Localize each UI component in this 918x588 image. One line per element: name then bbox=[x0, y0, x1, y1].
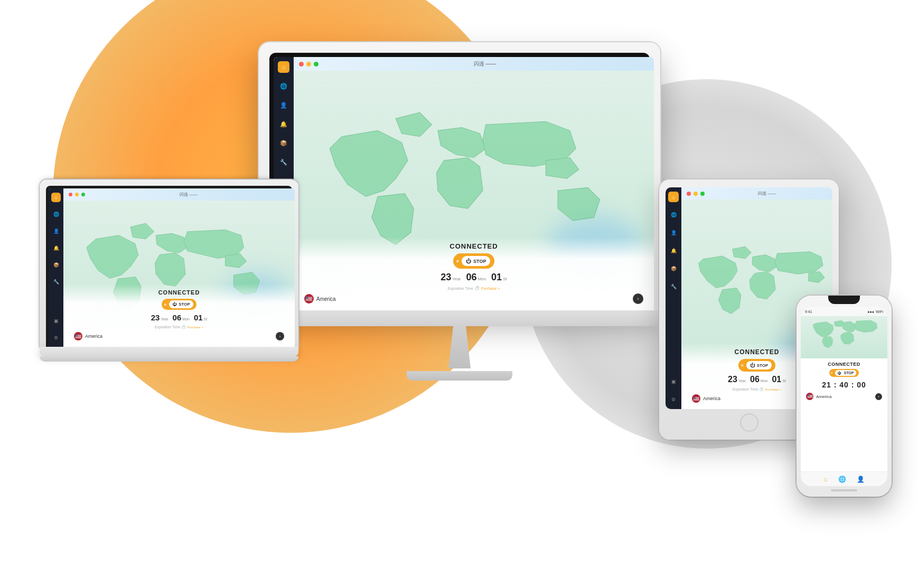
monitor-year-label: Year bbox=[452, 277, 461, 281]
phone-power-icon: ⏻ bbox=[838, 371, 841, 375]
phone-screen: 9:41 ●●● WiFi bbox=[801, 307, 887, 486]
laptop-sidebar-tool[interactable]: 🔧 bbox=[51, 277, 61, 287]
tablet-home-btn[interactable] bbox=[740, 413, 758, 432]
tablet-sidebar-home[interactable]: ⌂ bbox=[668, 192, 679, 202]
phone-wifi-icon: WiFi bbox=[876, 310, 883, 314]
monitor-app-title: 闪连 —— bbox=[321, 60, 649, 68]
monitor-stop-button[interactable]: « ⏻ STOP bbox=[453, 253, 495, 269]
tablet-day-label: St bbox=[782, 379, 786, 383]
laptop-close-btn[interactable] bbox=[69, 193, 72, 196]
tablet-location-label: America bbox=[703, 396, 720, 401]
laptop-connected-overlay: CONNECTED « ⏻ STOP 23 bbox=[63, 284, 295, 347]
tablet-sidebar-bell[interactable]: 🔔 bbox=[668, 245, 679, 256]
tablet-sidebar-globe[interactable]: 🌐 bbox=[668, 210, 679, 220]
phone-timer: 21 : 40 : 00 bbox=[822, 379, 866, 391]
tablet-purchase-link[interactable]: Purchase > bbox=[765, 388, 781, 391]
laptop-year-num: 23 bbox=[151, 313, 160, 322]
phone-bottom-home-icon[interactable]: ⌂ bbox=[823, 476, 827, 483]
laptop-sidebar-user[interactable]: 👤 bbox=[51, 226, 61, 236]
tablet-connected-label: CONNECTED bbox=[734, 348, 779, 356]
laptop-sidebar-home[interactable]: ⌂ bbox=[51, 193, 61, 202]
phone-notch bbox=[828, 296, 860, 304]
phone-body: 9:41 ●●● WiFi bbox=[797, 296, 892, 497]
laptop-chevron-btn[interactable]: › bbox=[276, 332, 284, 340]
laptop-keyboard bbox=[40, 356, 298, 362]
phone-location-row: 🇺🇸 America › bbox=[805, 393, 883, 400]
tablet-sidebar-user[interactable]: 👤 bbox=[668, 227, 679, 238]
phone-bottom-bar: ⌂ 🌐 👤 bbox=[801, 471, 887, 486]
phone-bottom-user-icon[interactable]: 👤 bbox=[857, 476, 865, 483]
laptop-purchase-link[interactable]: Purchase > bbox=[187, 326, 203, 329]
sidebar-bell-icon[interactable]: 🔔 bbox=[278, 118, 289, 130]
monitor-close-btn[interactable] bbox=[299, 62, 304, 67]
monitor-stop-label: STOP bbox=[473, 259, 486, 264]
tablet-sidebar-square[interactable]: ▣ bbox=[668, 376, 679, 387]
laptop-minimize-btn[interactable] bbox=[75, 193, 79, 196]
phone-chevron-btn[interactable]: › bbox=[875, 393, 882, 400]
laptop-fullscreen-btn[interactable] bbox=[81, 193, 85, 196]
monitor-expiry-row: 23 Year 06 Mon 01 St bbox=[441, 272, 507, 283]
sidebar-home-icon[interactable]: ⌂ bbox=[278, 61, 289, 73]
laptop-sidebar-bell[interactable]: 🔔 bbox=[51, 243, 61, 253]
monitor-stand-top bbox=[259, 310, 660, 326]
laptop-base bbox=[40, 347, 298, 356]
tablet-fullscreen-btn[interactable] bbox=[700, 192, 705, 196]
phone-world-map bbox=[801, 316, 887, 358]
tablet-sidebar: ⌂ 🌐 👤 🔔 📦 🔧 ▣ ⚙ bbox=[666, 187, 681, 409]
monitor-fullscreen-btn[interactable] bbox=[314, 62, 319, 67]
laptop-screen-wrapper: ⌂ 🌐 👤 🔔 📦 🔧 ▣ ⚙ bbox=[40, 179, 298, 347]
phone-arrows-icon: « bbox=[831, 371, 833, 375]
monitor-year-num: 23 bbox=[441, 272, 451, 283]
laptop-app-title: 闪连 —— bbox=[88, 192, 289, 197]
tablet-close-btn[interactable] bbox=[687, 192, 691, 196]
laptop-sidebar-globe[interactable]: 🌐 bbox=[51, 210, 61, 219]
tablet-purchase-row: Expiration Time 🕐 Purchase > bbox=[733, 387, 781, 391]
laptop-sidebar-square[interactable]: ▣ bbox=[51, 316, 61, 326]
monitor-screen: ⌂ 🌐 👤 🔔 📦 bbox=[274, 57, 654, 310]
tablet-sidebar-tool[interactable]: 🔧 bbox=[668, 281, 679, 292]
laptop-stop-label: STOP bbox=[179, 302, 190, 307]
laptop-stop-button[interactable]: « ⏻ STOP bbox=[162, 299, 196, 310]
laptop-sidebar-package[interactable]: 📦 bbox=[51, 260, 61, 270]
phone-stop-label: STOP bbox=[844, 371, 854, 375]
laptop-flag-name: 🇺🇸 America bbox=[74, 332, 102, 340]
laptop-month-label: Mon bbox=[182, 317, 190, 321]
tablet-minimize-btn[interactable] bbox=[694, 192, 698, 196]
monitor-flag-icon: 🇺🇸 bbox=[304, 294, 314, 304]
phone-connected-area: CONNECTED « ⏻ STOP 21 : 40 : 00 🇺🇸 Ameri… bbox=[801, 358, 887, 471]
sidebar-user-icon[interactable]: 👤 bbox=[278, 99, 289, 111]
phone-home-indicator bbox=[831, 489, 857, 491]
monitor-purchase-row: Expiration Time 🕐 Purchase > bbox=[448, 286, 500, 290]
monitor-arrows-icon: « bbox=[456, 258, 460, 264]
monitor-chevron-btn[interactable]: › bbox=[633, 293, 643, 304]
laptop-purchase-icon: 🕐 bbox=[182, 325, 185, 329]
monitor-purchase-link[interactable]: Purchase > bbox=[481, 287, 500, 290]
monitor-stand-neck bbox=[444, 326, 475, 368]
monitor-purchase-icon: 🕐 bbox=[475, 286, 480, 290]
phone-stop-button[interactable]: « ⏻ STOP bbox=[829, 369, 859, 377]
monitor-minimize-btn[interactable] bbox=[306, 62, 311, 67]
tablet-sidebar-package[interactable]: 📦 bbox=[668, 263, 679, 274]
sidebar-package-icon[interactable]: 📦 bbox=[278, 137, 289, 149]
tablet-sidebar-settings[interactable]: ⚙ bbox=[668, 394, 679, 405]
tablet-flag-icon: 🇺🇸 bbox=[692, 394, 700, 403]
tablet-stop-label: STOP bbox=[757, 363, 769, 368]
phone-time: 9:41 bbox=[805, 310, 812, 314]
monitor-title-bar: 闪连 —— bbox=[294, 57, 654, 71]
laptop-stop-inner: ⏻ STOP bbox=[169, 300, 193, 308]
laptop-sidebar-settings[interactable]: ⚙ bbox=[51, 333, 61, 343]
tablet-stop-button[interactable]: « ⏻ STOP bbox=[738, 359, 776, 372]
sidebar-globe-icon[interactable]: 🌐 bbox=[278, 80, 289, 92]
tablet-purchase-icon: 🕐 bbox=[760, 387, 763, 391]
monitor-bezel: ⌂ 🌐 👤 🔔 📦 bbox=[269, 53, 650, 310]
tablet-expiry-row: 23 Year 06 Mon 01 St bbox=[728, 375, 786, 384]
laptop-day-label: St bbox=[204, 317, 208, 321]
phone-status-bar: 9:41 ●●● WiFi bbox=[801, 307, 887, 316]
phone-bottom-globe-icon[interactable]: 🌐 bbox=[838, 476, 846, 483]
monitor-expiration-label: Expiration Time bbox=[448, 287, 473, 290]
laptop-map-area: CONNECTED « ⏻ STOP 23 bbox=[63, 201, 295, 347]
laptop-container: ⌂ 🌐 👤 🔔 📦 🔧 ▣ ⚙ bbox=[40, 179, 298, 362]
laptop-location-row: 🇺🇸 America › bbox=[71, 332, 287, 340]
phone-connected-label: CONNECTED bbox=[828, 362, 860, 367]
sidebar-tool-icon[interactable]: 🔧 bbox=[278, 156, 289, 168]
